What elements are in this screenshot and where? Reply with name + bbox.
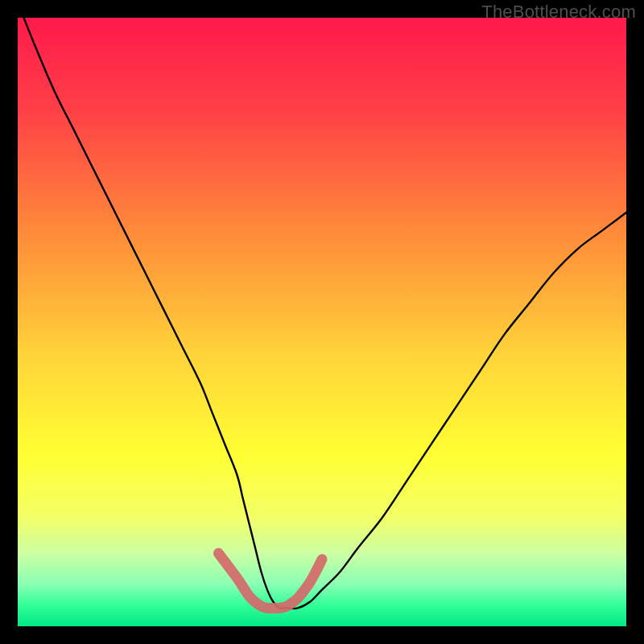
chart-frame: TheBottleneck.com <box>0 0 644 644</box>
bottleneck-chart <box>18 18 626 626</box>
gradient-background <box>18 18 626 626</box>
watermark-text: TheBottleneck.com <box>481 2 636 23</box>
plot-area <box>18 18 626 626</box>
